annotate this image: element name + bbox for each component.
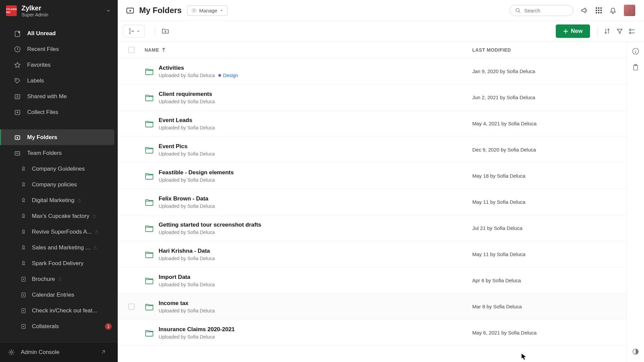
new-label: New [571,28,583,35]
folder-row[interactable]: Insurance Claims 2020-2021Uploaded by So… [118,320,627,346]
column-last-modified[interactable]: LAST MODIFIED [472,47,620,53]
all-unread-icon [14,30,21,37]
svg-rect-43 [630,29,631,31]
sidebar-item-shared-with-me[interactable]: Shared with Me [0,88,118,104]
folder-icon [145,224,159,233]
bell-icon[interactable] [609,7,616,14]
sidebar-item-check-in-out[interactable]: Check in/Check out feat... [0,303,118,318]
uploaded-by: Uploaded by Sofia Deluca [159,282,215,287]
sidebar-item-my-folders[interactable]: My Folders [0,129,114,145]
folder-name: Getting started tour screenshot drafts [159,222,472,228]
folder-row[interactable]: Getting started tour screenshot draftsUp… [118,215,627,241]
sidebar-item-recent-files[interactable]: Recent Files [0,41,118,57]
folder-row[interactable]: Income taxUploaded by Sofia DelucaMar 8 … [118,294,627,320]
toolbar: New [118,21,644,42]
org-logo: ZYLKER INC [6,5,17,16]
folder-icon [145,93,159,102]
sidebar-item-maxs-cupcake[interactable]: Max's Cupcake factory [0,208,118,224]
svg-rect-34 [596,10,597,11]
new-button[interactable]: New [556,24,590,38]
sidebar-item-label: Company policies [32,181,77,188]
row-checkbox[interactable] [128,304,135,310]
column-name[interactable]: NAME [145,47,472,53]
manage-button[interactable]: Manage [187,5,227,16]
folder-row[interactable]: Event PicsUploaded by Sofia DelucaDec 9,… [118,137,627,163]
sidebar-item-digital-marketing[interactable]: Digital Marketing [0,192,118,208]
sidebar-item-sales-marketing[interactable]: Sales and Marketing ... [0,240,118,255]
folder-row[interactable]: Felix Brown - DataUploaded by Sofia Delu… [118,189,627,215]
sidebar-item-label: Company Guidelines [32,166,85,172]
folder-icon [145,67,159,76]
tag[interactable]: Design [218,73,238,78]
pin-icon [20,228,27,236]
new-folder-button[interactable] [161,27,169,35]
org-name: Zylker [21,4,48,12]
last-modified: Jan 9, 2020 by Sofia Deluca [472,68,620,74]
folder-row[interactable]: ActivitiesUploaded by Sofia DelucaDesign… [118,58,627,84]
folder-icon [145,302,159,311]
right-rail [627,42,644,362]
sidebar-item-calendar-entries[interactable]: Calendar Entries [0,287,118,303]
filter-icon[interactable] [616,28,623,35]
folder-icon [126,6,135,15]
org-switcher[interactable]: ZYLKER INC Zylker Super Admin [0,0,118,21]
sidebar-item-revive-superfoods[interactable]: Revive SuperFoods A... [0,224,118,240]
sidebar-item-company-guidelines[interactable]: Company Guidelines [0,161,118,177]
folder-row[interactable]: Hari Krishna - DataUploaded by Sofia Del… [118,241,627,267]
admin-console-label: Admin Console [21,349,59,356]
admin-console[interactable]: Admin Console [0,342,118,362]
sidebar-item-all-unread[interactable]: All Unread [0,25,118,41]
avatar[interactable] [624,5,635,16]
doc-icon [20,323,27,330]
pin-icon [20,197,27,204]
svg-rect-31 [596,7,597,9]
clipboard-icon[interactable] [632,64,639,71]
folder-row[interactable]: Import DataUploaded by Sofia DelucaApr 6… [118,267,627,294]
uploaded-by: Uploaded by Sofia Deluca [159,73,215,78]
my-folders-icon [14,134,21,141]
sidebar-item-collaterals[interactable]: Collaterals1 [0,318,118,334]
info-icon[interactable] [632,48,639,55]
folder-name: Hari Krishna - Data [159,248,472,254]
svg-point-42 [132,31,134,32]
svg-point-41 [129,33,130,34]
labels-icon [14,77,21,84]
sidebar-item-label: Sales and Marketing ... [32,244,90,251]
svg-point-28 [193,10,195,11]
svg-rect-18 [59,279,61,281]
theme-toggle-icon[interactable] [632,348,639,355]
sidebar-item-brochure[interactable]: Brochure [0,271,118,287]
sidebar-item-company-policies[interactable]: Company policies [0,177,118,192]
folder-row[interactable]: Event LeadsUploaded by Sofia DelucaMay 4… [118,111,627,137]
svg-point-24 [23,326,24,327]
tree-view-button[interactable] [123,25,145,38]
search-box[interactable] [509,5,573,16]
lock-icon [93,245,97,250]
pin-icon [20,260,27,267]
sidebar-item-team-folders[interactable]: Team Folders [0,145,118,161]
sidebar-item-spark-food[interactable]: Spark Food Delivery [0,255,118,271]
sidebar-item-label: Recent Files [27,46,59,53]
search-input[interactable] [524,8,568,13]
last-modified: May 18 by Sofia Deluca [472,173,620,179]
sort-icon[interactable] [604,28,610,35]
folder-row[interactable]: Feastible - Design elementsUploaded by S… [118,163,627,189]
folder-row[interactable]: Client requirementsUploaded by Sofia Del… [118,84,627,111]
layout-icon[interactable] [629,28,635,35]
sidebar-item-labels[interactable]: Labels [0,73,118,88]
select-all-checkbox[interactable] [128,47,135,53]
sidebar-item-label: Brochure [32,276,55,283]
apps-icon[interactable] [595,7,602,14]
sidebar-item-collect-files[interactable]: Collect Files [0,104,118,120]
folder-name: Feastible - Design elements [159,169,472,176]
announce-icon[interactable] [581,7,588,14]
uploaded-by: Uploaded by Sofia Deluca [159,177,215,183]
main: My Folders Manage New [118,0,644,362]
folder-icon [145,197,159,207]
last-modified: Jul 21 by Sofia Deluca [472,225,620,231]
plus-icon [563,29,568,34]
shared-with-me-icon [14,93,21,100]
svg-rect-37 [596,12,597,13]
sidebar-item-favorites[interactable]: Favorites [0,57,118,73]
svg-rect-14 [96,232,98,234]
